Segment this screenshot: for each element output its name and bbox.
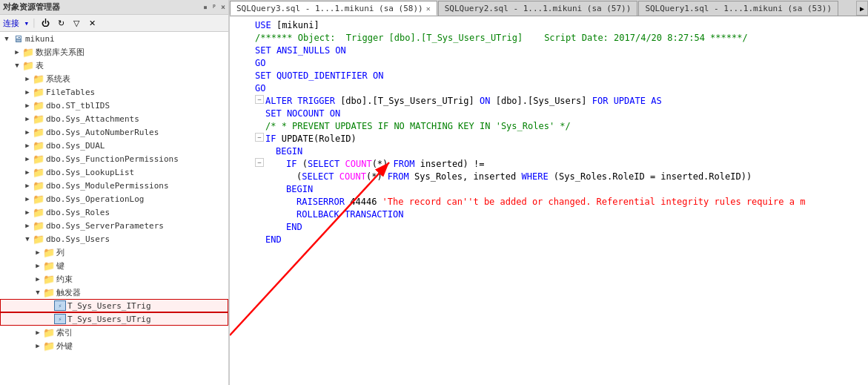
tree-node-oplog[interactable]: ▶ 📁 dbo.Sys_OperationLog <box>0 192 228 205</box>
tree-node-lookuplist[interactable]: ▶ 📁 dbo.Sys_LookupList <box>0 165 228 179</box>
tab-sqlquery2[interactable]: SQLQuery2.sql - 1...1.mikuni (sa (57)) <box>438 1 638 16</box>
expand-filetables[interactable]: ▶ <box>22 87 33 97</box>
code-line-3: SET ANSI_NULLS ON <box>230 45 868 57</box>
folder-icon: 📁 <box>43 286 55 298</box>
connect-link[interactable]: 连接 ▾ <box>3 18 29 29</box>
folder-icon: 📁 <box>22 59 34 71</box>
code-line-13: (SELECT COUNT(*) FROM Sys_Roles, inserte… <box>230 171 868 183</box>
tab-scroll-area: ▶ <box>856 1 868 16</box>
collapse-alter[interactable]: − <box>255 95 264 104</box>
folder-icon: 📁 <box>43 246 55 258</box>
tree-node-trig1[interactable]: ⚡ T_Sys_Users_ITrig <box>0 299 228 312</box>
tab-label: SQLQuery2.sql - 1...1.mikuni (sa (57)) <box>445 4 632 13</box>
tree-node-funcperm[interactable]: ▶ 📁 dbo.Sys_FunctionPermissions <box>0 152 228 165</box>
code-line-12: − IF (SELECT COUNT(*) FROM inserted) != <box>230 158 868 171</box>
tree-node-fk[interactable]: ▶ 📁 外键 <box>0 339 228 352</box>
folder-icon: 📁 <box>33 73 44 85</box>
tree-node-constraints[interactable]: ▶ 📁 约束 <box>0 272 228 286</box>
expand-triggers[interactable]: ▼ <box>33 287 43 297</box>
expand-keys[interactable]: ▶ <box>33 260 43 271</box>
tree-node-diagrams[interactable]: ▶ 📁 数据库关系图 <box>0 45 228 59</box>
tree-node-cols[interactable]: ▶ 📁 列 <box>0 246 228 259</box>
collapse-if2[interactable]: − <box>255 158 264 167</box>
expand-roles[interactable]: ▶ <box>22 207 33 217</box>
expand-cols[interactable]: ▶ <box>33 247 43 257</box>
code-line-10: − IF UPDATE(RoleID) <box>230 133 868 145</box>
tree-node-tables[interactable]: ▼ 📁 表 <box>0 59 228 72</box>
folder-icon: 📁 <box>33 113 44 125</box>
tab-sqlquery1[interactable]: SQLQuery1.sql - 1...1.mikuni (sa (53)) <box>638 1 838 16</box>
expand-mikuni[interactable]: ▼ <box>1 33 12 44</box>
folder-icon: 📁 <box>33 126 44 138</box>
folder-icon: 📁 <box>33 153 44 165</box>
folder-icon: 📁 <box>43 273 55 285</box>
tree-node-autonumber[interactable]: ▶ 📁 dbo.Sys_AutoNumberRules <box>0 125 228 139</box>
tree-node-tblids[interactable]: ▶ 📁 dbo.ST_tblIDS <box>0 99 228 112</box>
object-explorer-toolbar: 连接 ▾ | ⏻ ↻ ▽ ✕ <box>0 15 228 32</box>
expand-fk[interactable]: ▶ <box>33 340 43 351</box>
refresh-btn[interactable]: ↻ <box>54 16 67 30</box>
folder-icon: 📁 <box>33 99 44 111</box>
expand-modperm[interactable]: ▶ <box>22 180 33 191</box>
code-line-18: END <box>230 234 868 246</box>
expand-sysusers[interactable]: ▼ <box>22 234 33 244</box>
expand-funcperm[interactable]: ▶ <box>22 154 33 164</box>
code-line-14: BEGIN <box>230 183 868 196</box>
tree-node-keys[interactable]: ▶ 📁 键 <box>0 259 228 272</box>
expand-constraints[interactable]: ▶ <box>33 274 43 284</box>
expand-servparam[interactable]: ▶ <box>22 220 33 231</box>
code-line-4: GO <box>230 57 868 70</box>
db-icon: 🖥 <box>12 33 24 45</box>
tree-node-dual[interactable]: ▶ 📁 dbo.Sys_DUAL <box>0 139 228 152</box>
expand-oplog[interactable]: ▶ <box>22 194 33 204</box>
collapse-if[interactable]: − <box>255 133 264 142</box>
expand-diagrams[interactable]: ▶ <box>12 47 22 57</box>
code-line-2: /****** Object: Trigger [dbo].[T_Sys_Use… <box>230 32 868 45</box>
sql-editor-panel: SQLQuery3.sql - 1...1.mikuni (sa (58)) ✕… <box>230 0 868 385</box>
expand-systables[interactable]: ▶ <box>22 73 33 84</box>
folder-icon: 📁 <box>33 220 44 231</box>
tab-bar: SQLQuery3.sql - 1...1.mikuni (sa (58)) ✕… <box>230 0 868 16</box>
expand-autonumber[interactable]: ▶ <box>22 127 33 137</box>
tab-sqlquery3[interactable]: SQLQuery3.sql - 1...1.mikuni (sa (58)) ✕ <box>230 1 437 16</box>
tree-node-systables[interactable]: ▶ 📁 系统表 <box>0 72 228 85</box>
tab-scroll-right[interactable]: ▶ <box>856 1 868 16</box>
code-line-15: RAISERROR 44446 'The record can''t be ad… <box>230 196 868 208</box>
tree-node-modperm[interactable]: ▶ 📁 dbo.Sys_ModulePermissions <box>0 179 228 192</box>
expand-dual[interactable]: ▶ <box>22 140 33 151</box>
expand-tables[interactable]: ▼ <box>12 60 22 70</box>
delete-btn[interactable]: ✕ <box>85 16 99 30</box>
object-explorer-tree[interactable]: ▼ 🖥 mikuni ▶ 📁 数据库关系图 ▼ 📁 表 <box>0 32 228 385</box>
expand-indexes[interactable]: ▶ <box>33 327 43 338</box>
trigger-icon-1: ⚡ <box>54 300 66 311</box>
sql-editor[interactable]: USE [mikuni] /****** Object: Trigger [db… <box>230 16 868 385</box>
folder-icon: 📁 <box>33 180 44 191</box>
folder-icon: 📁 <box>33 166 44 178</box>
disconnect-btn[interactable]: ⏻ <box>39 16 52 30</box>
tree-node-attachments[interactable]: ▶ 📁 dbo.Sys_Attachments <box>0 112 228 125</box>
expand-trig1 <box>44 300 54 311</box>
tree-node-mikuni[interactable]: ▼ 🖥 mikuni <box>0 32 228 45</box>
code-line-17: END <box>230 221 868 234</box>
tree-node-roles[interactable]: ▶ 📁 dbo.Sys_Roles <box>0 205 228 219</box>
tree-node-sysusers[interactable]: ▼ 📁 dbo.Sys_Users <box>0 232 228 246</box>
code-line-5: SET QUOTED_IDENTIFIER ON <box>230 70 868 82</box>
tree-node-indexes[interactable]: ▶ 📁 索引 <box>0 326 228 339</box>
expand-tblids[interactable]: ▶ <box>22 100 33 111</box>
tree-node-trig2[interactable]: ⚡ T_Sys_Users_UTrig <box>0 312 228 326</box>
folder-icon: 📁 <box>33 139 44 151</box>
tree-node-triggers[interactable]: ▼ 📁 触发器 <box>0 286 228 299</box>
code-line-16: ROLLBACK TRANSACTION <box>230 208 868 221</box>
tab-label: SQLQuery3.sql - 1...1.mikuni (sa (58)) <box>236 4 423 13</box>
tab-label: SQLQuery1.sql - 1...1.mikuni (sa (53)) <box>645 4 832 13</box>
expand-attachments[interactable]: ▶ <box>22 113 33 124</box>
filter-btn[interactable]: ▽ <box>70 16 83 30</box>
expand-lookuplist[interactable]: ▶ <box>22 167 33 177</box>
object-explorer-title: 对象资源管理器 <box>3 1 60 13</box>
expand-trig2 <box>44 314 54 324</box>
tab-close-btn[interactable]: ✕ <box>426 4 431 13</box>
code-line-8: SET NOCOUNT ON <box>230 108 868 120</box>
object-explorer-header: 对象资源管理器 ▪ ᵖ × <box>0 0 228 15</box>
tree-node-servparam[interactable]: ▶ 📁 dbo.Sys_ServerParameters <box>0 219 228 232</box>
tree-node-filetables[interactable]: ▶ 📁 FileTables <box>0 85 228 99</box>
